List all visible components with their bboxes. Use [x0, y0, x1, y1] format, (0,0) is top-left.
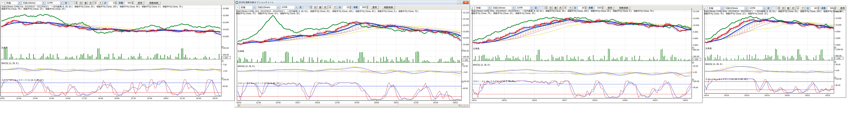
volume-bar [113, 53, 113, 59]
volume-bar [762, 60, 762, 60]
volume-bar [667, 59, 668, 61]
volume-bar [509, 58, 509, 61]
volume-bar [617, 58, 617, 61]
volume-bar [423, 61, 423, 62]
volume-bar [808, 59, 809, 60]
volume-bar [556, 58, 556, 61]
volume-bar [159, 59, 159, 59]
volume-bar [675, 57, 675, 61]
volume-bar [705, 58, 706, 60]
volume-bar [603, 60, 603, 61]
volume-bar [302, 59, 303, 62]
volume-bar [570, 57, 571, 61]
section-label: スロー・ストキャスティクス( 14, 3, 80, 20 ) [238, 82, 280, 85]
volume-bar [308, 62, 308, 62]
volume-bar [618, 60, 619, 61]
volume-bar [82, 55, 83, 59]
volume-bar [510, 58, 511, 61]
volume-unit-label: × 100 [693, 58, 698, 60]
volume-bar [796, 59, 797, 60]
volume-bar [124, 59, 124, 59]
volume-bar [785, 57, 785, 60]
volume-bar [114, 57, 115, 59]
volume-axis-label: 550.00 [835, 55, 841, 57]
macd-signal-line [1, 68, 220, 71]
volume-bar [633, 60, 633, 61]
volume-bar [256, 62, 256, 62]
corner-button[interactable] [463, 104, 465, 107]
volume-bar [19, 58, 20, 59]
volume-bar [725, 60, 725, 60]
volume-bar [546, 60, 546, 61]
volume-bar [441, 59, 441, 62]
volume-bar [251, 59, 252, 62]
volume-bar [717, 55, 718, 60]
volume-bar [574, 57, 575, 61]
stoch-d-line [238, 83, 461, 100]
time-axis-label: 12:00 [335, 101, 340, 103]
volume-bar [385, 61, 385, 62]
time-axis-label: 03/15 [502, 99, 507, 101]
volume-bar [576, 59, 576, 61]
scrollbar-thumb[interactable] [262, 104, 398, 106]
volume-bar [689, 59, 690, 61]
volume-bar [172, 59, 172, 59]
volume-bar [72, 57, 73, 59]
volume-bar [746, 60, 746, 60]
volume-bar [503, 60, 503, 61]
price-axis-label: 9,850 [693, 44, 698, 46]
volume-bar [244, 57, 245, 62]
time-axis-label: 03/14 [704, 94, 709, 96]
candle-body [460, 41, 461, 41]
volume-bar [26, 57, 27, 59]
volume-bar [787, 57, 788, 60]
volume-bar [726, 58, 726, 60]
scroll-left-button[interactable]: ◄ [237, 104, 240, 106]
volume-bar [92, 55, 92, 59]
volume-bar [413, 59, 413, 62]
scrollbar-track[interactable] [240, 104, 458, 106]
volume-bar [195, 57, 196, 59]
volume-bar [652, 60, 652, 61]
volume-bar [604, 56, 605, 61]
volume-bar [157, 54, 158, 59]
volume-bar [513, 56, 513, 61]
volume-bar [829, 59, 830, 60]
volume-bar [120, 57, 120, 59]
volume-bar [448, 61, 448, 62]
macd-histogram [484, 71, 691, 76]
corner-button[interactable] [466, 104, 468, 107]
volume-bar [776, 49, 777, 60]
volume-bar [376, 61, 377, 62]
volume-bar [327, 61, 328, 62]
volume-bar [828, 59, 829, 60]
candle-body [196, 33, 197, 33]
volume-bar [482, 56, 482, 61]
volume-bar [501, 60, 502, 61]
volume-bar [538, 50, 538, 61]
time-axis-label: 03/15 [724, 94, 729, 96]
corner-button[interactable] [460, 104, 463, 107]
macd-axis-label: 34.00 [835, 63, 840, 65]
volume-bar [196, 58, 197, 59]
volume-bar [74, 58, 74, 59]
volume-bar [215, 58, 215, 59]
volume-bar [559, 57, 560, 61]
volume-bar [597, 60, 597, 61]
horizontal-scrollbar[interactable]: ◄► [237, 104, 461, 106]
volume-bar [449, 62, 450, 62]
volume-bar [64, 59, 65, 59]
volume-bar [582, 59, 582, 61]
time-axis-label: 20:00 [115, 97, 119, 99]
volume-bar [305, 62, 305, 62]
volume-bar [668, 60, 669, 61]
volume-bar [784, 56, 784, 60]
volume-bar [541, 59, 542, 61]
volume-bar [164, 55, 165, 59]
volume-bar [624, 60, 625, 61]
volume-bar [332, 61, 332, 62]
chart-window-60min: ▼先物▼日経225mini▼12/06▼足1日週月分T分60本数500適用複数銘… [703, 5, 846, 98]
section-label: 出来高 [238, 50, 244, 52]
volume-bar [806, 55, 806, 60]
volume-bar [537, 55, 537, 61]
